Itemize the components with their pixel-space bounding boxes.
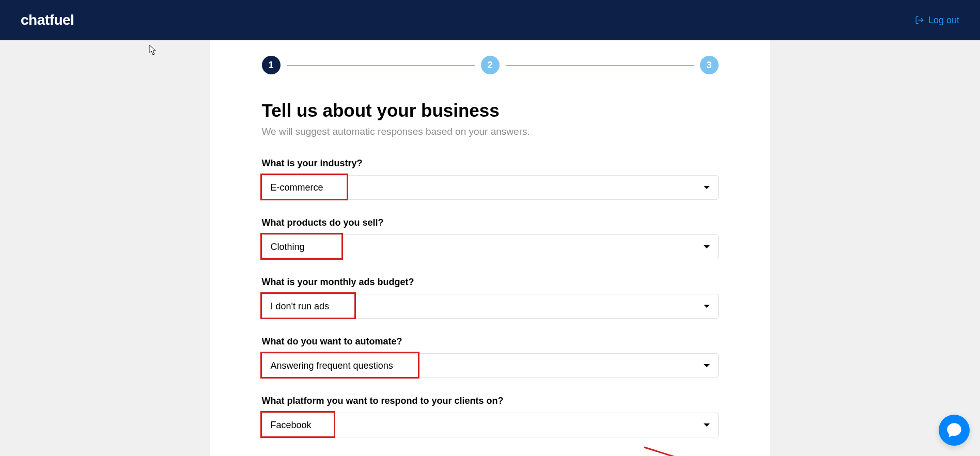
step-2-indicator: 2 — [481, 56, 500, 74]
logout-link[interactable]: Log out — [915, 15, 959, 26]
progress-stepper: 1 2 3 — [262, 56, 719, 74]
automate-value: Answering frequent questions — [271, 360, 393, 371]
cursor-icon — [149, 45, 158, 57]
chevron-down-icon — [704, 186, 710, 189]
app-header: chatfuel Log out — [0, 0, 980, 40]
budget-select[interactable]: I don't run ads — [262, 294, 719, 319]
industry-select[interactable]: E-commerce — [262, 175, 719, 200]
chevron-down-icon — [704, 423, 710, 427]
page-title: Tell us about your business — [262, 100, 719, 121]
logout-icon — [915, 15, 924, 25]
platform-label: What platform you want to respond to you… — [262, 396, 719, 406]
logout-label: Log out — [928, 15, 959, 26]
chat-icon — [946, 422, 962, 438]
step-connector — [287, 65, 475, 66]
industry-label: What is your industry? — [262, 158, 719, 169]
chevron-down-icon — [704, 305, 710, 308]
main-content: 1 2 3 Tell us about your business We wil… — [210, 40, 770, 456]
platform-select[interactable]: Facebook — [262, 413, 719, 437]
automate-select[interactable]: Answering frequent questions — [262, 353, 719, 378]
app-logo: chatfuel — [21, 12, 74, 28]
step-3-indicator: 3 — [700, 56, 719, 74]
budget-label: What is your monthly ads budget? — [262, 277, 719, 288]
platform-field-group: What platform you want to respond to you… — [262, 396, 719, 437]
step-connector — [506, 65, 694, 66]
budget-value: I don't run ads — [271, 301, 330, 312]
budget-field-group: What is your monthly ads budget? I don't… — [262, 277, 719, 319]
products-value: Clothing — [271, 242, 305, 253]
automate-field-group: What do you want to automate? Answering … — [262, 336, 719, 378]
automate-label: What do you want to automate? — [262, 336, 719, 347]
page-subtitle: We will suggest automatic responses base… — [262, 126, 719, 137]
chevron-down-icon — [704, 364, 710, 367]
step-1-indicator: 1 — [262, 56, 281, 74]
chevron-down-icon — [704, 245, 710, 248]
products-select[interactable]: Clothing — [262, 234, 719, 259]
products-field-group: What products do you sell? Clothing — [262, 217, 719, 259]
chat-widget-button[interactable] — [939, 415, 970, 446]
onboarding-form: What is your industry? E-commerce What p… — [262, 158, 719, 437]
industry-field-group: What is your industry? E-commerce — [262, 158, 719, 200]
industry-value: E-commerce — [271, 182, 323, 193]
platform-value: Facebook — [271, 420, 312, 431]
svg-line-2 — [644, 447, 742, 456]
annotation-arrow — [642, 445, 760, 456]
products-label: What products do you sell? — [262, 217, 719, 228]
